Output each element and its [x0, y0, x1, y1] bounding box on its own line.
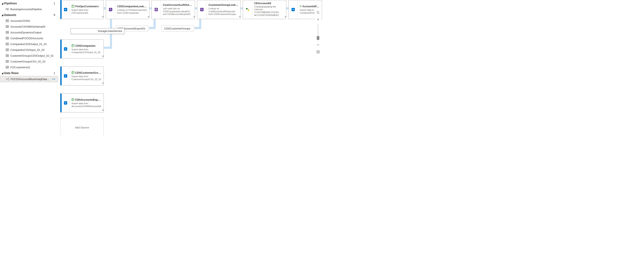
dataset-icon: [72, 5, 74, 8]
table-icon: [6, 54, 9, 57]
dataflow-canvas[interactable]: FinOpsCustomers Import data from FOCusto…: [58, 0, 322, 136]
dataset-icon: [72, 71, 74, 74]
svg-rect-13: [6, 31, 9, 34]
table-icon: [6, 48, 9, 52]
zoom-slider[interactable]: [318, 24, 318, 41]
source-icon: [60, 40, 70, 58]
section-count: 1: [54, 72, 56, 75]
svg-rect-64: [72, 98, 74, 101]
svg-rect-76: [246, 8, 247, 9]
svg-rect-67: [109, 8, 112, 11]
svg-rect-52: [72, 5, 74, 8]
node-cdscompanieslookupfo[interactable]: CDSCompaniesLookupFO Lookup on FinOpsCus…: [106, 0, 150, 19]
add-step-button[interactable]: +: [101, 55, 104, 58]
table-icon: [6, 25, 9, 28]
collapse-icon: ◢: [1, 2, 4, 4]
svg-rect-23: [6, 43, 9, 45]
node-desc: Lookup on FinOpsCustomers from CDSCompan…: [117, 9, 147, 14]
zoom-thumb[interactable]: [317, 36, 319, 40]
section-dataflows[interactable]: ◢ Data flows 1: [0, 70, 58, 76]
tree-item-label: CompaniesCSVInput_01_02: [10, 48, 56, 52]
svg-rect-56: [72, 44, 74, 47]
svg-rect-77: [248, 10, 249, 11]
table-icon: [6, 60, 9, 63]
node-title: CDSCompanies: [75, 44, 96, 47]
add-step-button[interactable]: +: [284, 15, 287, 19]
pipeline-item[interactable]: BoostrapAccountsPipeline: [0, 6, 58, 12]
tree-item-label: CompaniesCDSOutput_01_01: [10, 42, 56, 46]
dataflow-icon: [6, 78, 9, 81]
dataset-item[interactable]: FOCustomers01: [0, 64, 58, 70]
svg-rect-3: [6, 20, 9, 22]
node-ref-cdscustomergroups[interactable]: CDSCustomerGroups: [162, 25, 193, 32]
section-count: 1: [54, 2, 56, 5]
add-step-button[interactable]: +: [192, 15, 196, 19]
svg-point-48: [6, 79, 7, 80]
sidebar: ◢ Pipelines 1 BoostrapAccountsPipeline ◢…: [0, 0, 58, 136]
node-cdsaccountsexport[interactable]: CDSAccountsExport01 Import data from Acc…: [60, 94, 104, 112]
section-count: 9: [54, 13, 56, 16]
svg-rect-18: [6, 37, 9, 40]
more-icon[interactable]: •••: [51, 78, 56, 81]
node-title: FinOpsCustomers: [75, 5, 99, 8]
node-customergrouplookup[interactable]: CustomerGroupLookup Lookup on CustAccoun…: [197, 0, 241, 19]
join-icon: [152, 0, 161, 19]
collapse-icon: ◢: [1, 72, 4, 74]
zoom-in-button[interactable]: +: [315, 16, 321, 22]
node-title: CustomerGroupLookup: [208, 3, 238, 6]
svg-rect-73: [200, 8, 204, 11]
dataset-item[interactable]: CompaniesCSVInput_01_02: [0, 47, 58, 53]
svg-line-83: [319, 13, 320, 14]
tree-item-label: AccountsCDS02: [10, 19, 56, 22]
node-cdscompanies[interactable]: CDSCompanies Import data from CompaniesC…: [60, 40, 104, 58]
section-datasets[interactable]: ◢ Datasets 9: [0, 12, 58, 18]
node-custaccountleftouterjoin[interactable]: CustAccountLeftOuterJ… Left outer join o…: [152, 0, 195, 19]
lookup-icon: [106, 0, 115, 19]
add-step-button[interactable]: +: [101, 109, 104, 112]
table-icon: [6, 19, 9, 22]
svg-rect-79: [300, 6, 302, 7]
node-cdscustomergroups[interactable]: CDSCustomerGroups Import data from Custo…: [60, 66, 104, 86]
add-step-button[interactable]: +: [101, 82, 104, 85]
dataset-icon: [300, 5, 302, 8]
svg-rect-28: [6, 49, 9, 51]
add-source-button[interactable]: Add Source: [60, 118, 104, 136]
add-step-button[interactable]: +: [147, 15, 150, 19]
section-label: Datasets: [4, 13, 16, 16]
section-label: Pipelines: [4, 2, 17, 5]
lookup-icon: [197, 0, 206, 19]
dataset-item[interactable]: AccountsCSVWithSchema04: [0, 24, 58, 30]
zoom-search-icon[interactable]: [315, 10, 321, 15]
zoom-out-button[interactable]: −: [315, 42, 321, 48]
node-title: CDSCustomerGroups: [75, 71, 102, 74]
section-label: Data flows: [4, 72, 19, 75]
svg-rect-38: [6, 60, 9, 63]
dataset-item[interactable]: CustomerGroupsCSV_02_02: [0, 58, 58, 64]
tree-item-label: CombinedFOCDSAccounts: [10, 37, 56, 40]
svg-point-50: [8, 80, 9, 80]
node-desc: Import data from AccountsCSVWithSchema04: [72, 102, 102, 108]
add-step-button[interactable]: +: [101, 15, 104, 19]
dataset-item[interactable]: AccountsCDS02: [0, 18, 58, 24]
tree-item-label: FOCDSAccountBootstrapDataF…: [10, 78, 51, 81]
dataset-item[interactable]: CombinedFOCDSAccounts: [0, 35, 58, 41]
node-title: CDSAccountsExport01: [75, 98, 102, 101]
source-icon: [60, 94, 70, 112]
node-desc: Import data from CompaniesCSVInput_01_02: [72, 48, 102, 54]
svg-rect-33: [6, 54, 9, 57]
add-step-button[interactable]: +: [238, 15, 242, 19]
svg-point-82: [317, 12, 319, 13]
section-pipelines[interactable]: ◢ Pipelines 1: [0, 0, 58, 6]
node-finopscustomers[interactable]: FinOpsCustomers Import data from FOCusto…: [60, 0, 104, 19]
fit-to-screen-button[interactable]: [315, 49, 321, 55]
dataflow-item[interactable]: FOCDSAccountBootstrapDataF… •••: [0, 76, 58, 82]
tooltip-text: StorageLinkedService: [98, 30, 122, 32]
dataset-item[interactable]: AccountsDynamicsOutput: [0, 30, 58, 35]
node-title: CustAccountLeftOuterJ…: [163, 3, 193, 6]
svg-rect-60: [72, 72, 74, 74]
node-ceaccountid[interactable]: CEAccountId Creating/updating the column…: [243, 0, 286, 19]
dataset-item[interactable]: CompaniesCDSOutput_01_01: [0, 41, 58, 47]
tree-item-label: BoostrapAccountsPipeline: [10, 8, 56, 11]
dataset-item[interactable]: CustomerGroupsCDSOutput_02_01: [0, 53, 58, 58]
tree-item-label: CustomerGroupsCDSOutput_02_01: [10, 54, 56, 57]
